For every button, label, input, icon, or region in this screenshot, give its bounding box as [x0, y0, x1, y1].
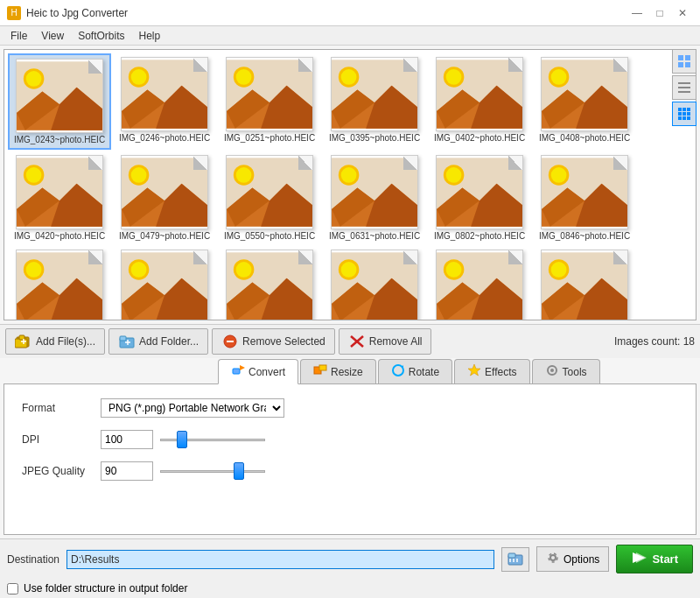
dpi-row: DPI	[22, 430, 678, 449]
file-item[interactable]: IMG_1004~photo.HEIC	[218, 246, 321, 320]
menu-softorbits[interactable]: SoftOrbits	[71, 28, 131, 44]
right-toolbar	[672, 49, 696, 126]
file-item[interactable]: IMG_0903~photo.HEIC	[8, 246, 111, 320]
tools-tab-icon	[545, 363, 559, 380]
destination-browse-button[interactable]	[501, 547, 529, 572]
file-item[interactable]: IMG_0921~photo.HEIC	[113, 246, 216, 320]
dpi-label: DPI	[22, 433, 101, 446]
tab-convert[interactable]: Convert	[218, 359, 298, 384]
panel-area: Convert Resize Rotate	[4, 358, 696, 535]
file-label: IMG_0243~photo.HEIC	[11, 135, 108, 144]
file-item[interactable]: IMG_1203~photo.HEIC	[533, 246, 636, 320]
tab-resize-label: Resize	[331, 366, 363, 378]
view-list-icon[interactable]	[672, 75, 696, 100]
file-label: IMG_0802~photo.HEIC	[431, 231, 528, 241]
file-item[interactable]: IMG_0846~photo.HEIC	[533, 151, 636, 244]
file-thumbnail	[226, 250, 313, 320]
close-button[interactable]: ✕	[672, 4, 693, 22]
start-button[interactable]: Start	[616, 545, 693, 573]
dpi-input[interactable]	[101, 430, 153, 449]
jpeg-quality-label: JPEG Quality	[22, 465, 101, 477]
menu-file[interactable]: File	[4, 28, 34, 44]
svg-rect-113	[678, 87, 690, 88]
svg-point-47	[131, 167, 147, 183]
minimize-button[interactable]: —	[626, 4, 648, 22]
tab-resize[interactable]: Resize	[300, 359, 376, 383]
file-item[interactable]: IMG_0802~photo.HEIC	[428, 151, 531, 244]
menu-view[interactable]: View	[34, 28, 71, 44]
destination-input[interactable]	[66, 550, 494, 569]
svg-point-144	[550, 369, 554, 372]
jpeg-quality-slider-thumb[interactable]	[234, 462, 244, 480]
svg-rect-122	[682, 116, 686, 120]
view-large-icon[interactable]	[672, 49, 696, 74]
svg-rect-108	[678, 55, 683, 60]
tab-effects[interactable]: Effects	[454, 359, 529, 383]
add-files-icon	[15, 333, 32, 350]
file-item[interactable]: IMG_0246~photo.HEIC	[113, 53, 216, 150]
menu-help[interactable]: Help	[132, 28, 168, 44]
options-button[interactable]: Options	[536, 546, 609, 572]
file-thumbnail	[16, 250, 103, 320]
gear-icon	[546, 551, 560, 567]
tab-rotate[interactable]: Rotate	[378, 359, 452, 383]
tab-rotate-label: Rotate	[409, 366, 439, 378]
svg-rect-137	[233, 369, 240, 374]
folder-structure-checkbox[interactable]	[7, 583, 18, 594]
dpi-slider[interactable]	[160, 433, 265, 447]
svg-point-65	[446, 167, 462, 183]
svg-point-71	[551, 167, 567, 183]
view-grid-icon[interactable]	[672, 102, 696, 126]
destination-bar: Destination Options Start	[0, 538, 700, 579]
file-item[interactable]: IMG_0402~photo.HEIC	[428, 53, 531, 150]
tab-tools[interactable]: Tools	[532, 359, 600, 383]
tab-tools-label: Tools	[563, 366, 587, 378]
file-label: IMG_0550~photo.HEIC	[221, 231, 318, 241]
file-item[interactable]: IMG_0550~photo.HEIC	[218, 151, 321, 244]
file-item[interactable]: IMG_0479~photo.HEIC	[113, 151, 216, 244]
file-item[interactable]: IMG_0243~photo.HEIC	[8, 53, 111, 150]
remove-all-icon	[348, 333, 366, 350]
file-item[interactable]: IMG_1102~photo.HEIC	[428, 246, 531, 320]
file-label: IMG_0631~photo.HEIC	[326, 231, 423, 241]
dpi-slider-thumb[interactable]	[177, 431, 187, 448]
svg-point-29	[446, 69, 462, 85]
rotate-tab-icon	[391, 363, 405, 380]
format-select[interactable]: PNG (*.png) Portable Network Graphics JP…	[101, 398, 284, 418]
remove-all-button[interactable]: Remove All	[339, 328, 432, 355]
file-thumbnail	[226, 155, 313, 229]
destination-label: Destination	[7, 553, 60, 566]
file-item[interactable]: IMG_0408~photo.HEIC	[533, 53, 636, 150]
format-label: Format	[22, 402, 101, 414]
svg-rect-120	[687, 112, 690, 116]
svg-point-77	[26, 262, 42, 278]
maximize-button[interactable]: □	[649, 4, 670, 22]
svg-marker-138	[240, 365, 245, 370]
tab-convert-label: Convert	[248, 366, 285, 378]
svg-point-53	[236, 167, 252, 183]
add-files-button[interactable]: Add File(s)...	[5, 328, 105, 355]
app-icon: H	[7, 6, 21, 20]
browse-folder-icon	[507, 552, 524, 566]
file-item[interactable]: IMG_1023~photo.HEIC	[323, 246, 426, 320]
tabs: Convert Resize Rotate	[218, 358, 696, 383]
file-thumbnail	[541, 250, 628, 320]
file-item[interactable]: IMG_0251~photo.HEIC	[218, 53, 321, 150]
jpeg-quality-input[interactable]	[101, 461, 153, 481]
svg-point-89	[236, 262, 252, 278]
file-item[interactable]: IMG_0395~photo.HEIC	[323, 53, 426, 150]
menu-bar: File View SoftOrbits Help	[0, 26, 700, 46]
file-item[interactable]: IMG_0420~photo.HEIC	[8, 151, 111, 244]
file-item[interactable]: IMG_0631~photo.HEIC	[323, 151, 426, 244]
svg-point-41	[26, 167, 42, 183]
title-bar: H Heic to Jpg Converter — □ ✕	[0, 0, 700, 26]
file-thumbnail	[541, 155, 628, 229]
jpeg-quality-slider[interactable]	[160, 464, 265, 478]
remove-selected-button[interactable]: Remove Selected	[212, 328, 335, 355]
svg-rect-117	[687, 108, 690, 111]
add-folder-button[interactable]: Add Folder...	[108, 328, 208, 355]
images-count: Images count: 18	[614, 335, 695, 348]
file-grid[interactable]: IMG_0243~photo.HEIC IMG_0246~photo.HEIC …	[4, 49, 696, 320]
remove-all-label: Remove All	[369, 335, 423, 348]
remove-selected-icon	[221, 333, 239, 350]
